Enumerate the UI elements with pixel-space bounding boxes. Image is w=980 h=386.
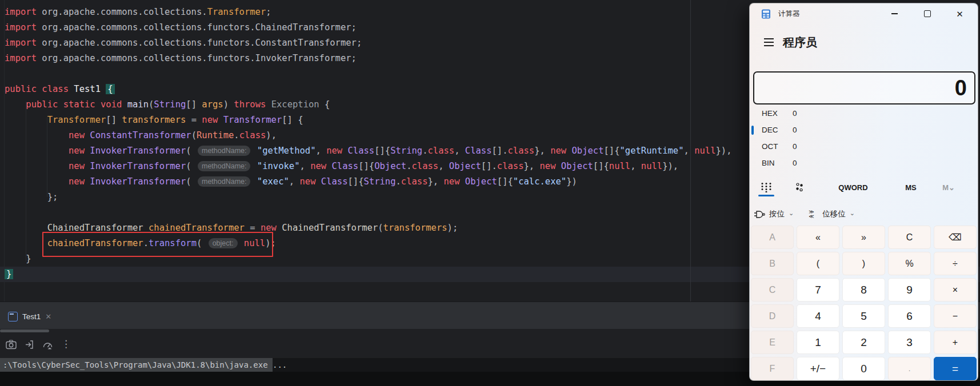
memory-store-button[interactable]: MS (890, 183, 931, 192)
radix-row-bin[interactable]: BIN0 (750, 155, 975, 171)
code-line[interactable]: new InvokerTransformer( methodName: "exe… (5, 174, 577, 190)
code-token (5, 223, 47, 233)
run-tab-test1[interactable]: Test1 ✕ (5, 307, 55, 326)
code-token: []{ (348, 176, 364, 187)
memory-menu-button[interactable]: M⌄ (931, 183, 966, 192)
code-token: import (5, 53, 42, 63)
code-line[interactable]: import org.apache.commons.collections.Tr… (5, 5, 271, 20)
calc-btn-5[interactable]: 5 (842, 304, 885, 328)
code-token (251, 176, 257, 187)
code-line[interactable]: } (5, 267, 13, 282)
code-token: org.apache.commons.collections.functors.… (42, 38, 362, 48)
code-line[interactable]: import org.apache.commons.collections.fu… (5, 35, 362, 51)
minimize-button[interactable] (878, 3, 911, 24)
window-title: 计算器 (778, 9, 800, 19)
import-thread-dump-icon[interactable] (25, 340, 34, 349)
maximize-button[interactable] (911, 3, 943, 24)
calc-btn-÷[interactable]: ÷ (934, 252, 977, 275)
bit-keypad-toggle[interactable] (783, 182, 816, 192)
code-line[interactable]: public class Test1 { (5, 82, 115, 97)
code-token: String (390, 146, 422, 156)
code-line[interactable]: import org.apache.commons.collections.fu… (5, 20, 357, 35)
code-token: } (5, 269, 13, 279)
code-token: , (438, 161, 449, 171)
calc-btn-([interactable]: ( (797, 252, 839, 275)
console-icon (8, 312, 18, 321)
radix-row-oct[interactable]: OCT0 (750, 138, 975, 155)
radix-row-hex[interactable]: HEX0 (750, 105, 975, 122)
code-line[interactable]: } (5, 251, 31, 267)
code-token: . (234, 130, 239, 140)
calc-titlebar[interactable]: 计算器 ✕ (750, 3, 978, 24)
screenshot-icon[interactable] (6, 340, 17, 349)
calc-btn-1[interactable]: 1 (797, 331, 839, 354)
calc-btn-6[interactable]: 6 (888, 304, 931, 328)
run-tab-label: Test1 (22, 312, 41, 321)
scrollbar-thumb[interactable] (0, 329, 49, 332)
code-token: Class (347, 146, 374, 156)
calc-btn-3[interactable]: 3 (888, 331, 931, 354)
calc-keypad: A«»C⌫B()%÷C789×D456−E123+F+/−0.= (751, 226, 978, 380)
calc-btn-2[interactable]: 2 (842, 331, 885, 354)
code-token: { (106, 84, 114, 94)
code-token: new (69, 176, 90, 187)
calc-btn-×[interactable]: × (934, 278, 977, 301)
calc-btn-8[interactable]: 8 (842, 278, 885, 301)
calc-btn-)[interactable]: ) (842, 252, 885, 275)
menu-hamburger-icon[interactable] (758, 34, 779, 51)
code-token (5, 161, 69, 171)
minimize-icon (891, 13, 898, 14)
calc-btn-7[interactable]: 7 (797, 278, 839, 301)
code-token: transformers (383, 223, 447, 233)
code-line[interactable]: public static void main(String[] args) t… (5, 97, 330, 112)
code-token: public static void (26, 99, 127, 110)
code-token: , (315, 146, 326, 156)
calc-btn-0[interactable]: 0 (842, 357, 885, 380)
calc-btn-=[interactable]: = (934, 357, 977, 380)
bitwise-label: 按位 (769, 209, 785, 219)
code-token (5, 176, 69, 187)
word-size-button[interactable]: QWORD (816, 183, 890, 192)
more-options-icon[interactable]: ⋮ (61, 340, 71, 349)
code-line[interactable]: new InvokerTransformer( methodName: "inv… (5, 159, 678, 174)
calc-btn-+/−[interactable]: +/− (797, 357, 839, 380)
code-token: []{ (358, 161, 374, 171)
code-token: class (239, 130, 266, 140)
code-token: import (5, 38, 42, 48)
calc-btn-C[interactable]: C (888, 226, 931, 249)
code-line[interactable]: new ConstantTransformer(Runtime.class), (5, 128, 277, 143)
calc-btn-−[interactable]: − (934, 304, 977, 328)
calc-btn-4[interactable]: 4 (797, 304, 839, 328)
full-keypad-toggle[interactable] (750, 182, 783, 192)
code-token: org.apache.commons.collections.functors.… (42, 53, 357, 63)
code-token: [] (106, 115, 122, 125)
code-line[interactable]: Transformer[] transformers = new Transfo… (5, 112, 303, 128)
code-line[interactable]: }; (5, 190, 58, 205)
code-token: }, (428, 176, 444, 187)
calc-btn-%[interactable]: % (888, 252, 931, 275)
calc-btn-⌫[interactable]: ⌫ (934, 226, 977, 249)
code-token: []{ (604, 146, 620, 156)
tab-close-icon[interactable]: ✕ (45, 312, 51, 321)
code-line[interactable]: import org.apache.commons.collections.fu… (5, 51, 357, 66)
calc-btn-9[interactable]: 9 (888, 278, 931, 301)
calc-btn-»[interactable]: » (842, 226, 885, 249)
run-command-bar[interactable]: :\Tools\CyberSec_Tools\Program\Java\JDK1… (0, 358, 273, 372)
code-token: ( (191, 130, 197, 140)
bitwise-dropdown[interactable]: 按位 ⌄ (754, 209, 794, 219)
code-token: class (428, 146, 455, 156)
code-token: []{ (374, 146, 390, 156)
code-line[interactable]: new InvokerTransformer( methodName: "get… (5, 143, 732, 159)
calc-btn-«[interactable]: « (797, 226, 839, 249)
bitshift-dropdown[interactable]: ≫≪ 位移位 ⌄ (809, 209, 855, 219)
radix-value: 0 (793, 159, 797, 167)
calc-btn-A: A (751, 226, 794, 249)
close-button[interactable]: ✕ (943, 3, 976, 24)
code-token: String (154, 99, 186, 110)
calc-modebar: QWORD MS M⌄ (750, 178, 975, 197)
profiler-gauge-icon[interactable] (42, 340, 53, 349)
radix-row-dec[interactable]: DEC0 (750, 122, 975, 138)
code-token: args (202, 99, 223, 110)
calc-btn-+[interactable]: + (934, 331, 977, 354)
calc-btn-E: E (751, 331, 794, 354)
